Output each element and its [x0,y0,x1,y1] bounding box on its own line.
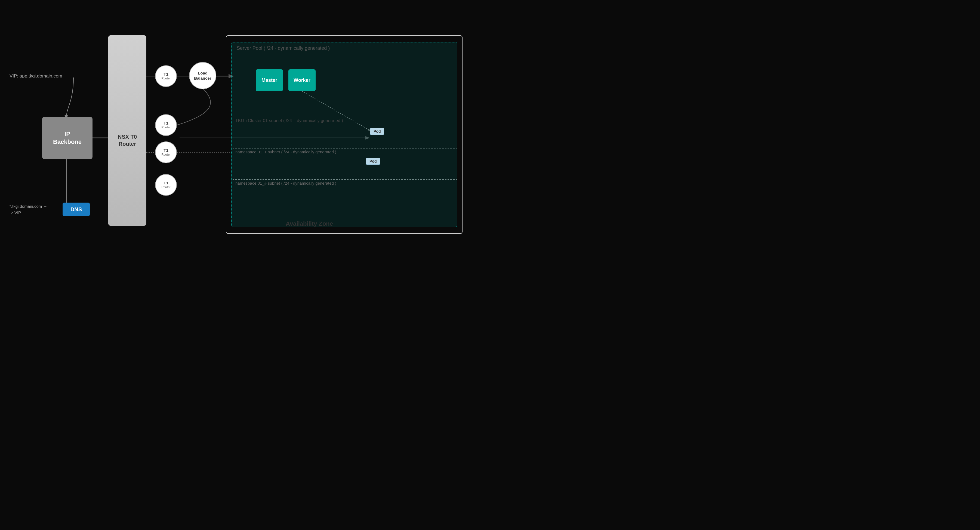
t1-router-3: T1 Router [155,141,177,163]
namespace-01-1-label: namespace 01_1 subnet ( /24 - dynamicall… [235,149,336,154]
nsx-bar [108,35,146,226]
pod-box-1: Pod [370,128,384,135]
t1-router-2: T1 Router [155,114,177,136]
diagram-container: VIP: app.tkgi.domain.com IP Backbone *.t… [0,0,490,265]
master-node: Master [256,69,283,91]
t1-router-1: T1 Router [155,65,177,87]
server-pool-label: Server Pool ( /24 - dynamically generate… [237,45,330,51]
nsx-label: NSX T0 Router [108,133,146,148]
pod-box-2: Pod [366,158,380,165]
dns-box: DNS [62,203,90,216]
worker-node: Worker [288,69,316,91]
t1-router-4: T1 Router [155,174,177,196]
tkg-cluster-label: TKG-i Cluster 01 subnet ( /24 – dynamica… [235,118,343,123]
az-label: Availability Zone [286,220,333,227]
namespace-01-hash-label: namespace 01_# subnet ( /24 - dynamicall… [235,181,336,186]
load-balancer: Load Balancer [189,62,216,89]
vip-label: VIP: app.tkgi.domain.com [10,73,62,79]
ip-backbone-box: IP Backbone [42,117,92,159]
dns-text-label: *.tkgi.domain.com → -> VIP [10,203,47,216]
